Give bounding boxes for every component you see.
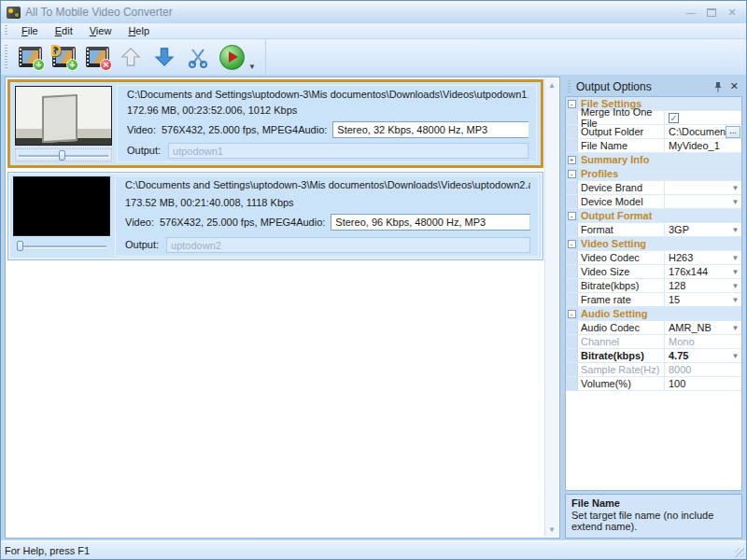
category-label[interactable]: Profiles [578,167,741,180]
title-bar: All To Mobile Video Converter — ✕ [1,1,746,23]
menu-file[interactable]: File [13,24,47,37]
toolbar: + D + ✕ [1,39,746,75]
dropdown-arrow-icon[interactable]: ▼ [529,215,530,230]
output-name-field[interactable]: uptodown2 [166,237,530,253]
audio-format-select[interactable]: Stereo, 96 Kbps, 48000 Hz, MP3 ▼ [331,214,530,231]
category-label[interactable]: Video Setting [578,237,741,250]
slider-thumb[interactable] [17,241,23,251]
app-icon [7,7,21,19]
prop-value[interactable]: MyVideo_1 [665,139,741,152]
prop-value: 8000 [665,363,741,376]
menu-view[interactable]: View [81,24,120,37]
collapse-icon[interactable]: - [568,240,576,248]
prop-value[interactable]: C:\Documents and... [665,125,741,138]
prop-value[interactable]: ▼ [665,181,741,194]
prop-label: Sample Rate(Hz) [578,363,665,376]
video-specs: 576X432, 25.000 fps, MPEG4 [162,124,298,135]
dropdown-arrow-icon[interactable]: ▼ [729,324,741,332]
video-thumbnail-1 [15,86,112,146]
grid-gutter [566,181,578,194]
prop-video-size: Video Size176x144▼ [566,265,741,279]
category-summary-info: +Summary Info [566,153,741,167]
collapse-icon[interactable]: - [568,212,576,220]
category-label[interactable]: Audio Setting [578,307,741,320]
expand-icon[interactable]: + [568,156,576,164]
toolbar-overflow-caret[interactable]: ▼ [248,63,256,71]
dropdown-arrow-icon[interactable]: ▼ [729,282,741,290]
panel-grip[interactable] [568,80,571,93]
collapse-icon[interactable]: - [568,170,576,178]
panel-close-icon[interactable]: ✕ [730,80,739,92]
browse-button[interactable]: ... [726,126,740,138]
prop-device-model: Device Model▼ [566,195,741,209]
convert-button[interactable] [215,42,248,72]
property-grid: -File SettingsMerge Into One File✓Output… [565,96,742,491]
dropdown-arrow-icon[interactable]: ▼ [729,198,741,206]
file-path: C:\Documents and Settings\uptodown-3\Mis… [127,89,529,100]
prop-label: Bitrate(kbps) [578,349,665,362]
minimize-button[interactable]: — [684,7,698,18]
split-button[interactable] [181,42,215,72]
preview-slider-2[interactable] [13,239,110,252]
down-arrow-icon [154,46,175,68]
menu-help[interactable]: Help [120,24,158,37]
prop-value[interactable]: 100 [665,377,741,390]
output-name-field[interactable]: utpodown1 [168,143,529,159]
remove-x-icon: ✕ [100,59,112,71]
prop-value[interactable]: ✓ [665,111,741,124]
video-item-1[interactable]: C:\Documents and Settings\uptodown-3\Mis… [7,79,543,168]
slider-thumb[interactable] [59,150,65,161]
prop-value[interactable]: 4.75▼ [665,349,741,362]
resize-grip-icon[interactable] [735,548,744,557]
checkbox[interactable]: ✓ [669,113,679,123]
video-label: Video: [125,217,154,228]
prop-bitrate-kbps: Bitrate(kbps)4.75▼ [566,349,741,363]
collapse-icon[interactable]: - [568,100,576,108]
move-down-button[interactable] [148,42,181,72]
prop-label: Volume(%) [578,377,665,390]
app-window: All To Mobile Video Converter — ✕ FileEd… [0,0,747,560]
category-label[interactable]: Summary Info [578,153,741,166]
prop-label: Device Model [578,195,665,208]
move-up-button[interactable] [114,42,148,72]
description-text: Set target file name (no include extend … [571,510,736,532]
video-item-2[interactable]: C:\Documents and Settings\uptodown-3\Mis… [7,172,543,260]
dropdown-arrow-icon[interactable]: ▼ [729,296,741,304]
prop-value[interactable]: 3GP▼ [665,223,741,236]
scroll-up-icon[interactable]: ▲ [548,81,556,90]
collapse-icon[interactable]: - [568,310,576,318]
grid-gutter [566,195,578,208]
scroll-down-icon[interactable]: ▼ [548,525,556,534]
prop-value[interactable]: ▼ [665,195,741,208]
prop-channel: ChannelMono [566,335,741,349]
list-scrollbar[interactable]: ▲ ▼ [544,78,558,537]
prop-label: Device Brand [578,181,665,194]
scissors-icon [187,46,209,68]
dropdown-arrow-icon[interactable]: ▼ [729,268,741,276]
dropdown-arrow-icon[interactable]: ▼ [729,254,741,262]
grid-gutter [566,125,578,138]
add-dvd-button[interactable]: D + [47,42,80,72]
prop-value[interactable]: 128▼ [665,279,741,292]
remove-video-button[interactable]: ✕ [80,42,114,72]
audio-format-select[interactable]: Stereo, 32 Kbps, 48000 Hz, MP3 ▼ [332,121,529,138]
maximize-button[interactable] [707,8,716,17]
prop-value[interactable]: 15▼ [665,293,741,306]
toolbar-grip[interactable] [5,45,7,70]
category-label[interactable]: Output Format [578,209,741,222]
file-info: 173.52 MB, 00:21:40.008, 1118 Kbps [125,197,530,208]
dropdown-arrow-icon[interactable]: ▼ [729,226,741,234]
add-video-button[interactable]: + [13,42,47,72]
close-button[interactable]: ✕ [726,7,739,18]
prop-value[interactable]: AMR_NB▼ [665,321,741,334]
grid-gutter [566,363,578,376]
grid-gutter [566,377,578,390]
menubar-grip[interactable] [5,25,7,35]
prop-value[interactable]: 176x144▼ [665,265,741,278]
menu-edit[interactable]: Edit [47,24,81,37]
pin-icon[interactable] [713,81,723,92]
dropdown-arrow-icon[interactable]: ▼ [729,352,741,360]
prop-value[interactable]: H263▼ [665,251,741,264]
preview-slider-1[interactable] [15,148,112,161]
dropdown-arrow-icon[interactable]: ▼ [729,184,741,192]
